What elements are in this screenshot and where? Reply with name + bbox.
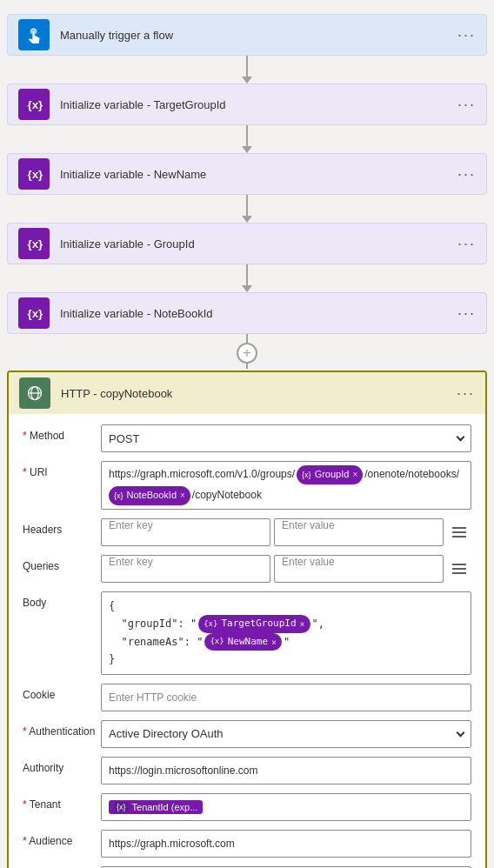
queries-label: Queries — [23, 555, 101, 572]
headers-add-icon[interactable] — [447, 520, 471, 544]
http-card: HTTP - copyNotebook ··· Method POST URI — [7, 371, 487, 868]
body-renameas-end: " — [284, 633, 290, 651]
tenant-label: Tenant — [23, 793, 101, 811]
trigger-label: Manually trigger a flow — [60, 29, 457, 42]
headers-label: Headers — [23, 518, 101, 536]
authority-control: https://login.microsoftonline.com — [101, 757, 471, 785]
queries-add-icon[interactable] — [447, 557, 471, 581]
step-var1[interactable]: {x} Initialize variable - TargetGroupId … — [7, 83, 487, 125]
add-step-button[interactable]: + — [237, 343, 257, 364]
audience-label: Audience — [23, 830, 101, 847]
var3-more[interactable]: ··· — [457, 235, 476, 253]
tenant-input[interactable]: {x} TenantId (exp... — [101, 793, 471, 821]
body-line-renameas: "renameAs": " {x} NewName × " — [109, 633, 464, 651]
tenant-row: Tenant {x} TenantId (exp... — [23, 793, 471, 821]
arrow-4 — [242, 264, 252, 292]
svg-rect-11 — [452, 568, 466, 570]
cookie-input[interactable]: Enter HTTP cookie — [101, 684, 471, 711]
method-select[interactable]: POST — [101, 424, 471, 452]
var1-icon: {x} — [18, 89, 50, 120]
uri-token-notebookid-close[interactable]: × — [180, 488, 185, 504]
body-token-icon-1: {x} — [204, 618, 217, 631]
http-more[interactable]: ··· — [457, 384, 475, 403]
uri-middle: /onenote/notebooks/ — [364, 465, 459, 484]
var4-label: Initialize variable - NoteBookId — [60, 307, 457, 320]
var4-more[interactable]: ··· — [457, 304, 476, 323]
body-token-targetgroupid-label: TargetGroupId — [221, 616, 296, 632]
body-token-newname-close[interactable]: × — [271, 635, 277, 650]
var1-label: Initialize variable - TargetGroupId — [60, 98, 457, 111]
token-icon-1: {x} — [302, 468, 311, 482]
headers-row: Headers Enter key Enter value — [23, 518, 471, 546]
uri-field[interactable]: https://graph.microsoft.com/v1.0/groups/… — [101, 461, 471, 510]
trigger-more[interactable]: ··· — [457, 26, 476, 44]
uri-token-groupid: {x} GroupId × — [297, 465, 363, 484]
var1-more[interactable]: ··· — [457, 96, 476, 114]
body-token-newname-label: NewName — [228, 634, 268, 651]
http-card-header[interactable]: HTTP - copyNotebook ··· — [9, 372, 485, 414]
method-row: Method POST — [23, 424, 471, 452]
body-line-groupid: "groupId": " {x} TargetGroupId × ", — [109, 615, 464, 633]
authority-label: Authority — [23, 757, 101, 774]
audience-input[interactable]: https://graph.microsoft.com — [101, 830, 471, 858]
tenant-token-label: TenantId (exp... — [132, 802, 198, 812]
var2-label: Initialize variable - NewName — [60, 168, 457, 181]
uri-token-groupid-close[interactable]: × — [352, 467, 357, 483]
step-trigger[interactable]: Manually trigger a flow ··· — [7, 14, 487, 56]
svg-rect-10 — [452, 564, 466, 565]
token-icon-2: {x} — [114, 489, 124, 503]
svg-text:{x}: {x} — [28, 168, 43, 181]
auth-select[interactable]: Active Directory OAuth — [101, 720, 471, 748]
body-groupid-end: ", — [312, 615, 324, 632]
method-value: POST — [109, 432, 139, 445]
headers-key-input[interactable]: Enter key — [101, 518, 270, 546]
cookie-control: Enter HTTP cookie — [101, 684, 471, 711]
body-brace-close: } — [109, 651, 115, 668]
queries-key-input[interactable]: Enter key — [101, 555, 270, 583]
body-renameas-key: "renameAs": " — [109, 633, 203, 651]
audience-control: https://graph.microsoft.com — [101, 830, 471, 858]
auth-row: Authentication Active Directory OAuth — [23, 720, 471, 748]
uri-suffix: /copyNotebook — [192, 486, 262, 505]
body-token-targetgroupid-close[interactable]: × — [300, 617, 305, 631]
audience-value: https://graph.microsoft.com — [109, 838, 235, 850]
step-var4[interactable]: {x} Initialize variable - NoteBookId ··· — [7, 292, 487, 334]
queries-key-placeholder: Enter key — [109, 556, 153, 568]
queries-value-input[interactable]: Enter value — [274, 555, 444, 583]
var2-icon: {x} — [18, 158, 50, 190]
var3-icon: {x} — [18, 228, 50, 259]
method-label: Method — [23, 424, 101, 442]
body-token-targetgroupid: {x} TargetGroupId × — [198, 615, 310, 633]
body-token-icon-2: {x} — [210, 635, 224, 648]
body-label: Body — [23, 591, 101, 609]
body-field[interactable]: { "groupId": " {x} TargetGroupId × ", — [101, 591, 471, 675]
arrow-3 — [242, 195, 252, 223]
headers-value-input[interactable]: Enter value — [274, 518, 444, 546]
svg-rect-12 — [452, 572, 466, 574]
body-token-newname: {x} NewName × — [204, 633, 282, 651]
plus-connector: + — [237, 334, 257, 371]
flow-container: Manually trigger a flow ··· {x} Initiali… — [7, 14, 487, 868]
audience-row: Audience https://graph.microsoft.com — [23, 830, 471, 858]
var2-more[interactable]: ··· — [457, 165, 476, 184]
svg-text:{x}: {x} — [28, 237, 43, 250]
body-brace-open: { — [109, 598, 115, 615]
method-control: POST — [101, 424, 471, 452]
tenant-token-icon: {x} — [114, 802, 129, 812]
authority-input[interactable]: https://login.microsoftonline.com — [101, 757, 471, 785]
svg-text:{x}: {x} — [28, 307, 43, 320]
uri-token-notebookid-label: NoteBookId — [127, 487, 177, 504]
tenant-token: {x} TenantId (exp... — [109, 800, 203, 814]
cookie-placeholder: Enter HTTP cookie — [109, 691, 197, 704]
body-row: Body { "groupId": " {x} TargetGroupId × — [23, 591, 471, 675]
uri-token-groupid-label: GroupId — [315, 466, 350, 484]
http-icon — [19, 377, 50, 409]
method-chevron-icon — [457, 433, 465, 442]
headers-control: Enter key Enter value — [101, 518, 471, 546]
step-var3[interactable]: {x} Initialize variable - GroupId ··· — [7, 223, 487, 264]
uri-token-notebookid: {x} NoteBookId × — [109, 486, 190, 505]
headers-value-placeholder: Enter value — [282, 519, 335, 531]
step-var2[interactable]: {x} Initialize variable - NewName ··· — [7, 153, 487, 195]
uri-row: URI https://graph.microsoft.com/v1.0/gro… — [23, 461, 471, 510]
auth-value: Active Directory OAuth — [109, 727, 224, 740]
